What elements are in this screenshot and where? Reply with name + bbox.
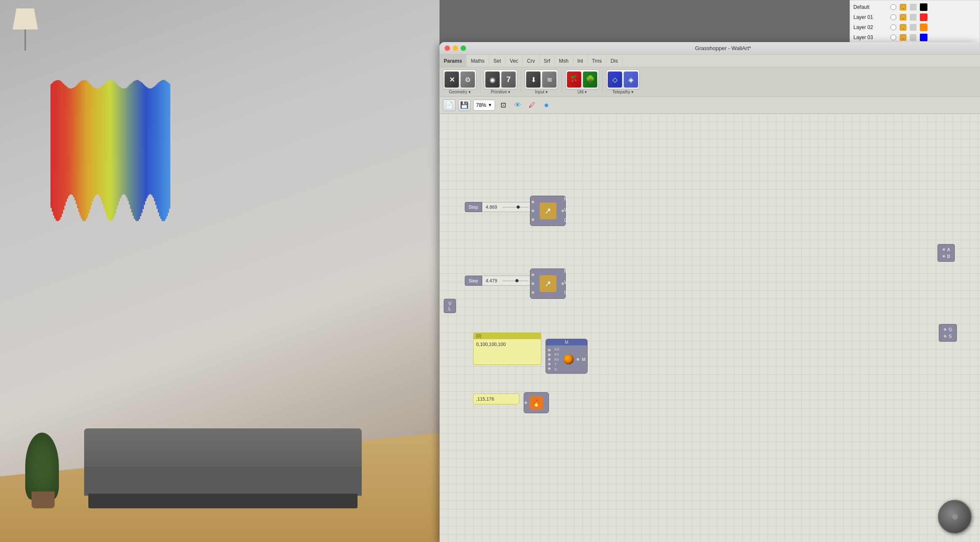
material-right-port <box>575 358 580 361</box>
bake-left-port <box>524 401 529 404</box>
tab-dis[interactable]: Dis <box>607 55 622 67</box>
menu-tabs: Params Maths Set Vec Crv Srf Msh Int Trn… <box>440 55 980 67</box>
telepathy-diamond-icon: ◇ <box>612 76 617 84</box>
input-group: ⬇ ≋ Input ▾ <box>524 69 558 94</box>
gs-node[interactable]: G S <box>939 324 957 342</box>
layer-row-03[interactable]: Layer 03 🔒 <box>853 32 976 43</box>
tab-srf[interactable]: Srf <box>540 55 555 67</box>
node2-left-ports <box>530 269 535 298</box>
wall-art <box>50 72 383 248</box>
input-wave-icon: ≋ <box>547 76 552 84</box>
primitive-label: Primitive ▾ <box>491 90 510 94</box>
eye-icon: 👁 <box>514 101 521 109</box>
node1-icon: ↗ <box>540 202 556 219</box>
material-sphere-icon <box>564 354 574 364</box>
geometry-button[interactable]: ✕ ⚙ <box>443 69 477 90</box>
zoom-value: 78% <box>476 102 486 108</box>
material-left-ports <box>548 348 553 370</box>
input-label: Input ▾ <box>535 90 548 94</box>
maximize-button[interactable] <box>461 45 466 51</box>
bake-icon: 🔥 <box>530 396 543 409</box>
node1-body: ↗ <box>535 196 560 226</box>
grasshopper-window: Grasshopper - WallArt* Params Maths Set … <box>440 42 980 542</box>
paint-button[interactable]: 🖊 <box>526 99 538 111</box>
geometry-x-icon: ✕ <box>449 76 455 84</box>
panel2-value: ,115,176 <box>474 394 519 404</box>
lamp <box>13 8 38 50</box>
layer-row-01[interactable]: Layer 01 🔒 <box>853 12 976 22</box>
node1-left-ports <box>530 196 535 226</box>
material-node-title: M <box>546 339 587 345</box>
node2-move-icon: ↗ <box>544 279 551 289</box>
new-file-button[interactable]: 📄 <box>443 99 456 111</box>
fit-view-button[interactable]: ⊡ <box>498 99 509 111</box>
move-node-1[interactable]: ↗ <box>530 196 566 226</box>
layer-row-default[interactable]: Default 🔒 <box>853 2 976 12</box>
layers-panel: Default 🔒 Layer 01 🔒 Layer 02 🔒 Layer 03… <box>850 0 980 45</box>
geometry-gear-icon: ⚙ <box>465 76 471 84</box>
wire-layer <box>440 114 566 177</box>
util-button[interactable]: 🍒 🌳 <box>565 69 599 90</box>
telepathy-diamond2-icon: ◈ <box>628 76 633 84</box>
step2-value: 4.479 <box>486 278 501 283</box>
material-node[interactable]: M KdKsKeTS M <box>546 339 588 374</box>
save-icon: 💾 <box>460 101 469 109</box>
plant-pot <box>32 492 55 508</box>
node1-port-labels: NVG <box>564 197 567 223</box>
tab-params[interactable]: Params <box>440 55 466 67</box>
ab-node[interactable]: A B <box>938 244 955 262</box>
material-node-body: KdKsKeTS M <box>546 345 587 373</box>
navigation-ball[interactable]: ⊕ <box>938 500 972 534</box>
geometry-group: ✕ ⚙ Geometry ▾ <box>443 69 477 94</box>
toolbar2: 📄 💾 78% ▼ ⊡ 👁 🖊 ● <box>440 97 980 114</box>
panel-node-2[interactable]: ,115,176 <box>473 393 519 404</box>
plant <box>25 433 59 500</box>
separator-4 <box>602 72 603 93</box>
primitive-button[interactable]: ◉ 7 <box>484 69 517 90</box>
tab-vec[interactable]: Vec <box>506 55 523 67</box>
telepathy-label: Telepathy ▾ <box>612 90 634 94</box>
minimize-button[interactable] <box>453 45 458 51</box>
save-button[interactable]: 💾 <box>458 99 471 111</box>
sofa <box>84 416 362 508</box>
node2-body: ↗ <box>535 269 560 298</box>
material-m-label: M <box>582 357 585 362</box>
panel-node-1[interactable]: {0} 0,100,100,100 <box>473 332 541 365</box>
step-slider-2[interactable]: Step 4.479 ○ <box>465 276 537 286</box>
tab-crv[interactable]: Crv <box>523 55 540 67</box>
separator-3 <box>562 72 562 93</box>
material-port-labels: KdKsKeTS <box>554 347 562 372</box>
paint-icon: 🖊 <box>529 101 535 109</box>
vl-node[interactable]: V L <box>444 299 456 313</box>
file-icon: 📄 <box>445 101 453 109</box>
tab-set[interactable]: Set <box>489 55 506 67</box>
move-node-2[interactable]: ↗ <box>530 268 566 299</box>
primitive-group: ◉ 7 Primitive ▾ <box>484 69 517 94</box>
bake-node[interactable]: 🔥 <box>524 392 549 413</box>
tab-msh[interactable]: Msh <box>555 55 573 67</box>
grasshopper-canvas[interactable]: Step 4.869 ○ ↗ <box>440 114 980 542</box>
geometry-label: Geometry ▾ <box>449 90 471 94</box>
zoom-selector[interactable]: 78% ▼ <box>473 100 495 111</box>
tab-int[interactable]: Int <box>573 55 588 67</box>
tab-maths[interactable]: Maths <box>466 55 489 67</box>
eye-button[interactable]: 👁 <box>512 99 524 111</box>
util-group: 🍒 🌳 Util ▾ <box>565 69 599 94</box>
primitive-circle-icon: ◉ <box>490 76 495 84</box>
input-button[interactable]: ⬇ ≋ <box>524 69 558 90</box>
layer-row-02[interactable]: Layer 02 🔒 <box>853 22 976 32</box>
close-button[interactable] <box>445 45 450 51</box>
panel1-header: {0} <box>474 333 541 339</box>
fit-view-icon: ⊡ <box>501 101 506 109</box>
nav-icon: ⊕ <box>952 512 958 521</box>
viewport <box>0 0 440 542</box>
tab-trns[interactable]: Trns <box>588 55 607 67</box>
telepathy-button[interactable]: ◇ ◈ <box>606 69 640 90</box>
util-label: Util ▾ <box>577 90 587 94</box>
circle-blue-icon: ● <box>544 100 549 110</box>
telepathy-group: ◇ ◈ Telepathy ▾ <box>606 69 640 94</box>
circle-indicator: ● <box>540 99 552 111</box>
traffic-lights <box>445 45 466 51</box>
input-download-icon: ⬇ <box>531 76 536 84</box>
step-slider-1[interactable]: Step 4.869 ○ <box>465 202 537 212</box>
